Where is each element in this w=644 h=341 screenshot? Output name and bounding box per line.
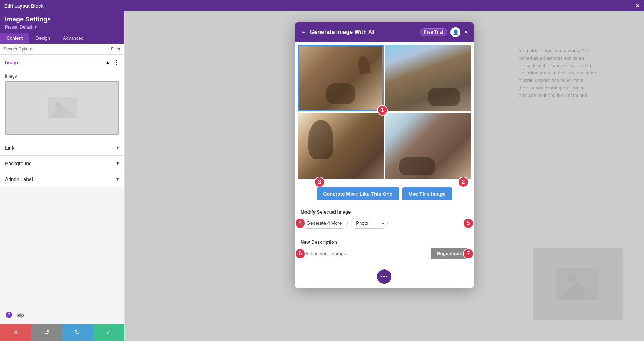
user-icon-button[interactable]: 👤 [450, 27, 460, 37]
grid-image-3[interactable] [298, 113, 384, 179]
grid-image-2[interactable] [385, 45, 471, 111]
ai-modal-title: ← Generate Image With AI [301, 29, 374, 35]
chevron-down-icon-bg: ▾ [116, 160, 119, 167]
svg-point-1 [55, 102, 61, 108]
action-row: 3 Generate More Like This One Use This I… [295, 182, 474, 205]
generate-more-button[interactable]: Generate More Like This One [317, 187, 399, 200]
redo-button[interactable]: ↻ [62, 324, 93, 341]
sidebar-section-admin-label-header[interactable]: Admin Label ▾ [0, 171, 124, 187]
image-grid: 1 [295, 42, 474, 182]
sidebar-section-link: Link ▾ [0, 140, 124, 156]
badge-6: 6 [295, 248, 306, 259]
sidebar-section-background: Background ▾ [0, 156, 124, 171]
image-section-body: Image [0, 70, 124, 140]
top-bar-close-button[interactable]: × [636, 3, 640, 9]
badge-5: 5 [463, 218, 474, 229]
modal-overlay: ← Generate Image With AI Free Trial 👤 × [125, 11, 644, 341]
tab-content[interactable]: Content [0, 33, 29, 44]
main-layout: Image Settings Preset: Default ▾ Content… [0, 11, 644, 341]
back-arrow-icon[interactable]: ← [301, 29, 306, 35]
desc-input-row: 6 Regenerate 7 [301, 248, 468, 259]
tab-advanced[interactable]: Advanced [57, 33, 90, 44]
chevron-up-icon: ▲ [105, 59, 111, 66]
confirm-button[interactable]: ✓ [93, 324, 124, 341]
badge-7: 7 [463, 248, 474, 259]
badge-4: 4 [295, 218, 306, 229]
sidebar-section-link-title: Link [5, 145, 14, 151]
grid-image-1[interactable]: 1 [298, 45, 384, 111]
top-bar-title: Edit Layout Block [4, 3, 44, 9]
new-desc-title: New Description [301, 239, 468, 245]
prompt-input[interactable] [301, 248, 429, 259]
tab-design[interactable]: Design [29, 33, 57, 44]
free-trial-badge: Free Trial [420, 28, 447, 36]
cat-image-3 [298, 113, 384, 179]
regenerate-button[interactable]: Regenerate [431, 248, 468, 259]
section-options-icon[interactable]: ⋮ [113, 59, 119, 66]
dots-btn-container: ••• [295, 265, 474, 288]
sidebar-section-image: Image ▲ ⋮ Image [0, 55, 124, 140]
sidebar-title: Image Settings [5, 16, 119, 23]
use-image-button[interactable]: Use This Image [402, 187, 452, 200]
cat-image-1 [298, 45, 384, 111]
modify-section: Modify Selected Image 4 Generate 4 More … [295, 205, 474, 239]
sidebar-search-bar: + Filter [0, 44, 124, 55]
content-area: from other feline companions. With remar… [125, 11, 644, 341]
undo-button[interactable]: ↺ [31, 324, 62, 341]
help-button[interactable]: ? Help [6, 312, 24, 318]
cancel-button[interactable]: ✕ [0, 324, 31, 341]
sidebar-preset[interactable]: Preset: Default ▾ [5, 25, 119, 30]
background-section-controls: ▾ [116, 160, 119, 167]
search-input[interactable] [4, 47, 75, 52]
sidebar-section-controls: ▲ ⋮ [105, 59, 119, 66]
style-select-wrapper: Photo Illustration Painting Sketch [351, 218, 388, 229]
sidebar-section-image-title: Image [5, 60, 19, 65]
sidebar-section-link-header[interactable]: Link ▾ [0, 140, 124, 155]
admin-section-controls: ▾ [116, 176, 119, 182]
filter-button[interactable]: + Filter [107, 47, 121, 52]
sidebar-header: Image Settings Preset: Default ▾ [0, 11, 124, 33]
sidebar-section-background-title: Background [5, 161, 32, 166]
ai-modal: ← Generate Image With AI Free Trial 👤 × [295, 22, 474, 288]
modify-section-title: Modify Selected Image [301, 205, 468, 218]
modify-controls-row: 4 Generate 4 More Photo Illustration Pai… [301, 218, 468, 229]
grid-image-4[interactable] [385, 113, 471, 179]
sidebar-section-admin-label-title: Admin Label [5, 176, 33, 182]
help-label: Help [14, 312, 24, 318]
sidebar-section-background-header[interactable]: Background ▾ [0, 156, 124, 171]
filter-label: Filter [111, 47, 121, 52]
sidebar: Image Settings Preset: Default ▾ Content… [0, 11, 125, 341]
filter-plus-icon: + [107, 47, 109, 52]
bottom-toolbar: ✕ ↺ ↻ ✓ [0, 324, 124, 341]
close-modal-button[interactable]: × [464, 29, 468, 36]
modal-header-right: Free Trial 👤 × [420, 27, 468, 37]
dots-menu-button[interactable]: ••• [377, 269, 391, 284]
link-section-controls: ▾ [116, 144, 119, 151]
ai-modal-header: ← Generate Image With AI Free Trial 👤 × [295, 22, 474, 42]
generate-4-button[interactable]: Generate 4 More [301, 218, 348, 229]
style-select[interactable]: Photo Illustration Painting Sketch [351, 218, 388, 229]
cat-image-4 [385, 113, 471, 179]
chevron-down-icon: ▾ [116, 144, 119, 151]
badge-1: 1 [377, 105, 388, 116]
sidebar-footer: ? Help [0, 306, 124, 324]
desc-section: New Description 6 Regenerate 7 [295, 239, 474, 265]
badge-3: 3 [314, 177, 325, 187]
sidebar-section-image-header[interactable]: Image ▲ ⋮ [0, 55, 124, 70]
image-placeholder[interactable] [5, 81, 119, 135]
sidebar-section-admin-label: Admin Label ▾ [0, 171, 124, 187]
cat-image-2 [385, 45, 471, 111]
top-bar: Edit Layout Block × [0, 0, 644, 11]
image-field-label: Image [5, 74, 119, 79]
badge-2: 2 [458, 177, 469, 187]
sidebar-tabs: Content Design Advanced [0, 33, 124, 44]
chevron-down-icon-admin: ▾ [116, 176, 119, 182]
help-icon: ? [6, 312, 12, 318]
ai-modal-title-text: Generate Image With AI [310, 29, 374, 35]
